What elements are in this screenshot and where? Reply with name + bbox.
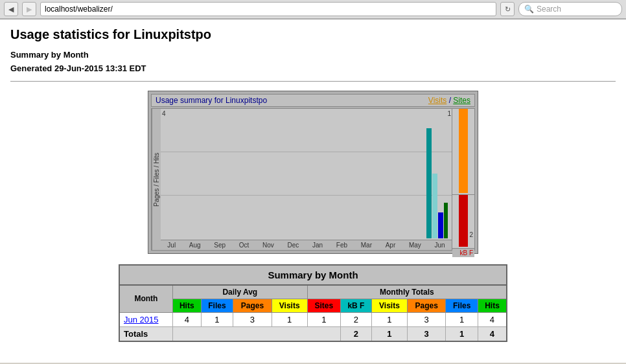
refresh-button[interactable]: ↻: [500, 2, 515, 16]
right-bottom-num: 2: [469, 231, 474, 238]
col-visits2-header: Visits: [371, 299, 407, 312]
summary-line1: Summary by Month: [10, 49, 616, 62]
bars-container: [163, 110, 449, 238]
x-label-feb: Feb: [336, 242, 347, 249]
legend-slash: /: [446, 96, 453, 105]
x-label-nov: Nov: [262, 242, 274, 249]
chart-title: Usage summary for Linuxpitstpo: [156, 96, 267, 105]
bar-visits: [444, 203, 448, 238]
col-group-header-row: Month Daily Avg Monthly Totals: [119, 285, 507, 299]
search-box[interactable]: 🔍 Search: [518, 2, 622, 16]
chart-wrapper: Usage summary for Linuxpitstpo Visits / …: [10, 91, 616, 254]
col-files-header: Files: [201, 299, 233, 312]
bar-red: [459, 195, 468, 247]
chart-container: Usage summary for Linuxpitstpo Visits / …: [148, 91, 478, 254]
bar-group-jun: [425, 128, 449, 238]
row-m-kbf: 2: [340, 312, 371, 326]
row-d-pages: 3: [233, 312, 272, 326]
col-pages-header: Pages: [233, 299, 272, 312]
col-hits2-header: Hits: [478, 299, 507, 312]
x-label-aug: Aug: [189, 242, 201, 249]
chart-main: 4: [161, 109, 452, 250]
col-sites-header: Sites: [307, 299, 340, 312]
search-placeholder: Search: [537, 5, 561, 14]
totals-visits: 1: [371, 326, 407, 341]
row-month: Jun 2015: [119, 312, 172, 326]
legend-sites: Sites: [453, 96, 470, 105]
left-axis-label: Pages / Files / Hits: [153, 152, 160, 206]
x-label-apr: Apr: [386, 242, 396, 249]
page-title: Usage statistics for Linuxpitstpo: [10, 27, 616, 42]
bar-kbf: [459, 109, 468, 193]
totals-label: Totals: [119, 326, 172, 341]
row-m-sites: 1: [307, 312, 340, 326]
table-title: Summary by Month: [119, 265, 507, 285]
bar-files: [432, 174, 437, 238]
col-hits-header: Hits: [172, 299, 201, 312]
col-visits-header: Visits: [272, 299, 307, 312]
bar-hits: [426, 128, 432, 238]
browser-window: ◀ ▶ localhost/webalizer/ ↻ 🔍 Search: [0, 0, 626, 19]
browser-toolbar: ◀ ▶ localhost/webalizer/ ↻ 🔍 Search: [0, 0, 626, 19]
page-content: Usage statistics for Linuxpitstpo Summar…: [0, 19, 626, 363]
summary-table-wrapper: Summary by Month Month Daily Avg Monthly…: [10, 264, 616, 342]
row-m-pages: 3: [407, 312, 445, 326]
y-axis-top: 4: [162, 110, 166, 117]
x-label-jul: Jul: [167, 242, 176, 249]
divider: [10, 81, 616, 82]
forward-button: ▶: [22, 2, 36, 16]
x-label-may: May: [409, 242, 421, 249]
chart-right-section: 1 2 kB F: [452, 109, 474, 250]
col-monthly-header: Monthly Totals: [307, 285, 507, 299]
x-labels: Jul Aug Sep Oct Nov Dec Jan Feb Mar Apr …: [161, 240, 452, 250]
legend-visits: Visits: [428, 96, 446, 105]
search-icon: 🔍: [524, 5, 534, 14]
back-button[interactable]: ◀: [4, 2, 18, 16]
row-d-visits: 1: [272, 312, 307, 326]
totals-row: Totals 2 1 3 1 4: [119, 326, 507, 341]
col-month-header: Month: [119, 285, 172, 313]
table-title-row: Summary by Month: [119, 265, 507, 285]
right-top-num: 1: [447, 110, 451, 117]
chart-inner: Pages / Files / Hits 4: [151, 108, 475, 251]
col-sub-header-row: Hits Files Pages Visits Sites kB F Visit…: [119, 299, 507, 312]
totals-kbf: 2: [340, 326, 371, 341]
table-row: Jun 2015 4 1 3 1 1 2 1 3 1 4: [119, 312, 507, 326]
address-text: localhost/webalizer/: [45, 5, 113, 14]
summary-line2: Generated 29-Jun-2015 13:31 EDT: [10, 62, 616, 76]
totals-empty: [172, 326, 340, 341]
chart-left-axis: Pages / Files / Hits: [152, 109, 161, 250]
chart-legend: Visits / Sites: [428, 96, 470, 105]
totals-hits: 4: [478, 326, 507, 341]
chart-title-bar: Usage summary for Linuxpitstpo Visits / …: [151, 94, 475, 107]
chart-right-label: kB F: [452, 248, 474, 257]
row-d-files: 1: [201, 312, 233, 326]
totals-pages: 3: [407, 326, 445, 341]
x-label-mar: Mar: [361, 242, 372, 249]
month-link[interactable]: Jun 2015: [124, 315, 159, 324]
summary-table: Summary by Month Month Daily Avg Monthly…: [119, 264, 507, 342]
col-kbf-header: kB F: [340, 299, 371, 312]
row-m-visits: 1: [371, 312, 407, 326]
chart-right-bottom: 2: [452, 194, 474, 248]
x-label-jan: Jan: [312, 242, 323, 249]
col-pages2-header: Pages: [407, 299, 445, 312]
x-label-jun: Jun: [435, 242, 445, 249]
row-m-files: 1: [446, 312, 478, 326]
row-d-hits: 4: [172, 312, 201, 326]
row-m-hits: 4: [478, 312, 507, 326]
x-label-oct: Oct: [239, 242, 249, 249]
totals-files: 1: [446, 326, 478, 341]
x-label-dec: Dec: [288, 242, 299, 249]
col-files2-header: Files: [446, 299, 478, 312]
bar-pages: [438, 212, 443, 238]
col-daily-header: Daily Avg: [172, 285, 307, 299]
address-bar[interactable]: localhost/webalizer/: [40, 2, 496, 16]
chart-right-top: 1: [452, 109, 474, 194]
x-label-sep: Sep: [214, 242, 226, 249]
